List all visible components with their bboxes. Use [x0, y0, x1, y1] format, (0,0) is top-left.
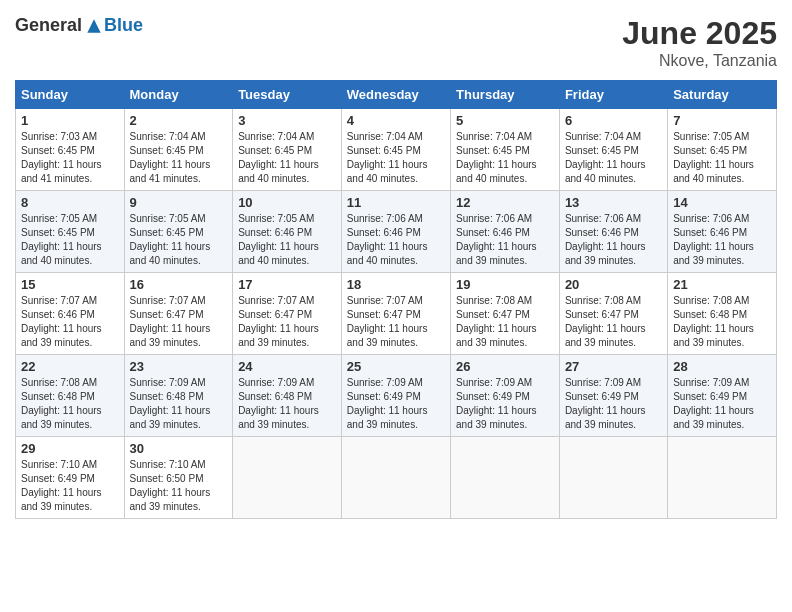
day-info: Sunrise: 7:08 AMSunset: 6:47 PMDaylight:… — [565, 294, 662, 350]
logo-general: General — [15, 15, 82, 36]
day-number: 23 — [130, 359, 228, 374]
day-info: Sunrise: 7:09 AMSunset: 6:49 PMDaylight:… — [673, 376, 771, 432]
calendar-cell: 15Sunrise: 7:07 AMSunset: 6:46 PMDayligh… — [16, 273, 125, 355]
day-info: Sunrise: 7:09 AMSunset: 6:49 PMDaylight:… — [347, 376, 445, 432]
calendar-row: 22Sunrise: 7:08 AMSunset: 6:48 PMDayligh… — [16, 355, 777, 437]
col-wednesday: Wednesday — [341, 81, 450, 109]
svg-marker-0 — [87, 19, 100, 32]
day-info: Sunrise: 7:04 AMSunset: 6:45 PMDaylight:… — [456, 130, 554, 186]
day-info: Sunrise: 7:04 AMSunset: 6:45 PMDaylight:… — [130, 130, 228, 186]
calendar-cell: 13Sunrise: 7:06 AMSunset: 6:46 PMDayligh… — [559, 191, 667, 273]
day-number: 22 — [21, 359, 119, 374]
day-number: 29 — [21, 441, 119, 456]
title-area: June 2025 Nkove, Tanzania — [622, 15, 777, 70]
day-info: Sunrise: 7:09 AMSunset: 6:48 PMDaylight:… — [238, 376, 336, 432]
day-number: 16 — [130, 277, 228, 292]
calendar-cell: 18Sunrise: 7:07 AMSunset: 6:47 PMDayligh… — [341, 273, 450, 355]
day-number: 19 — [456, 277, 554, 292]
calendar-cell: 3Sunrise: 7:04 AMSunset: 6:45 PMDaylight… — [233, 109, 342, 191]
day-number: 9 — [130, 195, 228, 210]
col-friday: Friday — [559, 81, 667, 109]
day-number: 25 — [347, 359, 445, 374]
day-number: 11 — [347, 195, 445, 210]
day-number: 7 — [673, 113, 771, 128]
day-info: Sunrise: 7:08 AMSunset: 6:48 PMDaylight:… — [21, 376, 119, 432]
day-info: Sunrise: 7:05 AMSunset: 6:45 PMDaylight:… — [673, 130, 771, 186]
col-tuesday: Tuesday — [233, 81, 342, 109]
location: Nkove, Tanzania — [622, 52, 777, 70]
logo-blue: Blue — [104, 15, 143, 36]
day-number: 24 — [238, 359, 336, 374]
calendar-cell: 14Sunrise: 7:06 AMSunset: 6:46 PMDayligh… — [668, 191, 777, 273]
day-info: Sunrise: 7:08 AMSunset: 6:47 PMDaylight:… — [456, 294, 554, 350]
day-number: 1 — [21, 113, 119, 128]
day-info: Sunrise: 7:06 AMSunset: 6:46 PMDaylight:… — [347, 212, 445, 268]
calendar-row: 8Sunrise: 7:05 AMSunset: 6:45 PMDaylight… — [16, 191, 777, 273]
day-number: 4 — [347, 113, 445, 128]
calendar-cell: 29Sunrise: 7:10 AMSunset: 6:49 PMDayligh… — [16, 437, 125, 519]
calendar-cell: 23Sunrise: 7:09 AMSunset: 6:48 PMDayligh… — [124, 355, 233, 437]
day-number: 3 — [238, 113, 336, 128]
day-number: 18 — [347, 277, 445, 292]
day-info: Sunrise: 7:07 AMSunset: 6:46 PMDaylight:… — [21, 294, 119, 350]
day-number: 10 — [238, 195, 336, 210]
calendar-cell — [341, 437, 450, 519]
calendar-cell: 20Sunrise: 7:08 AMSunset: 6:47 PMDayligh… — [559, 273, 667, 355]
calendar-cell: 6Sunrise: 7:04 AMSunset: 6:45 PMDaylight… — [559, 109, 667, 191]
calendar-cell: 30Sunrise: 7:10 AMSunset: 6:50 PMDayligh… — [124, 437, 233, 519]
calendar-cell: 1Sunrise: 7:03 AMSunset: 6:45 PMDaylight… — [16, 109, 125, 191]
calendar-cell: 21Sunrise: 7:08 AMSunset: 6:48 PMDayligh… — [668, 273, 777, 355]
calendar-cell: 28Sunrise: 7:09 AMSunset: 6:49 PMDayligh… — [668, 355, 777, 437]
calendar-cell: 12Sunrise: 7:06 AMSunset: 6:46 PMDayligh… — [451, 191, 560, 273]
col-monday: Monday — [124, 81, 233, 109]
page-header: General Blue June 2025 Nkove, Tanzania — [15, 15, 777, 70]
header-row: Sunday Monday Tuesday Wednesday Thursday… — [16, 81, 777, 109]
calendar-cell: 27Sunrise: 7:09 AMSunset: 6:49 PMDayligh… — [559, 355, 667, 437]
calendar-cell: 17Sunrise: 7:07 AMSunset: 6:47 PMDayligh… — [233, 273, 342, 355]
day-info: Sunrise: 7:10 AMSunset: 6:49 PMDaylight:… — [21, 458, 119, 514]
calendar-body: 1Sunrise: 7:03 AMSunset: 6:45 PMDaylight… — [16, 109, 777, 519]
day-info: Sunrise: 7:09 AMSunset: 6:49 PMDaylight:… — [456, 376, 554, 432]
day-number: 20 — [565, 277, 662, 292]
day-number: 2 — [130, 113, 228, 128]
calendar-cell: 24Sunrise: 7:09 AMSunset: 6:48 PMDayligh… — [233, 355, 342, 437]
day-number: 12 — [456, 195, 554, 210]
col-thursday: Thursday — [451, 81, 560, 109]
day-info: Sunrise: 7:06 AMSunset: 6:46 PMDaylight:… — [456, 212, 554, 268]
day-number: 13 — [565, 195, 662, 210]
logo-icon — [84, 16, 104, 36]
day-number: 15 — [21, 277, 119, 292]
calendar-cell: 2Sunrise: 7:04 AMSunset: 6:45 PMDaylight… — [124, 109, 233, 191]
day-info: Sunrise: 7:05 AMSunset: 6:45 PMDaylight:… — [130, 212, 228, 268]
day-info: Sunrise: 7:06 AMSunset: 6:46 PMDaylight:… — [565, 212, 662, 268]
day-info: Sunrise: 7:03 AMSunset: 6:45 PMDaylight:… — [21, 130, 119, 186]
calendar-row: 15Sunrise: 7:07 AMSunset: 6:46 PMDayligh… — [16, 273, 777, 355]
day-number: 6 — [565, 113, 662, 128]
day-info: Sunrise: 7:04 AMSunset: 6:45 PMDaylight:… — [238, 130, 336, 186]
day-number: 14 — [673, 195, 771, 210]
day-info: Sunrise: 7:09 AMSunset: 6:49 PMDaylight:… — [565, 376, 662, 432]
month-year: June 2025 — [622, 15, 777, 52]
calendar-cell: 11Sunrise: 7:06 AMSunset: 6:46 PMDayligh… — [341, 191, 450, 273]
calendar-cell: 19Sunrise: 7:08 AMSunset: 6:47 PMDayligh… — [451, 273, 560, 355]
day-info: Sunrise: 7:04 AMSunset: 6:45 PMDaylight:… — [565, 130, 662, 186]
col-sunday: Sunday — [16, 81, 125, 109]
day-info: Sunrise: 7:09 AMSunset: 6:48 PMDaylight:… — [130, 376, 228, 432]
calendar-table: Sunday Monday Tuesday Wednesday Thursday… — [15, 80, 777, 519]
calendar-cell: 16Sunrise: 7:07 AMSunset: 6:47 PMDayligh… — [124, 273, 233, 355]
calendar-row: 29Sunrise: 7:10 AMSunset: 6:49 PMDayligh… — [16, 437, 777, 519]
calendar-cell: 9Sunrise: 7:05 AMSunset: 6:45 PMDaylight… — [124, 191, 233, 273]
calendar-cell — [668, 437, 777, 519]
day-info: Sunrise: 7:07 AMSunset: 6:47 PMDaylight:… — [238, 294, 336, 350]
day-number: 28 — [673, 359, 771, 374]
day-info: Sunrise: 7:07 AMSunset: 6:47 PMDaylight:… — [130, 294, 228, 350]
day-info: Sunrise: 7:06 AMSunset: 6:46 PMDaylight:… — [673, 212, 771, 268]
calendar-cell: 25Sunrise: 7:09 AMSunset: 6:49 PMDayligh… — [341, 355, 450, 437]
calendar-cell — [451, 437, 560, 519]
day-info: Sunrise: 7:05 AMSunset: 6:45 PMDaylight:… — [21, 212, 119, 268]
day-number: 8 — [21, 195, 119, 210]
day-number: 17 — [238, 277, 336, 292]
calendar-cell: 4Sunrise: 7:04 AMSunset: 6:45 PMDaylight… — [341, 109, 450, 191]
day-info: Sunrise: 7:08 AMSunset: 6:48 PMDaylight:… — [673, 294, 771, 350]
day-number: 5 — [456, 113, 554, 128]
